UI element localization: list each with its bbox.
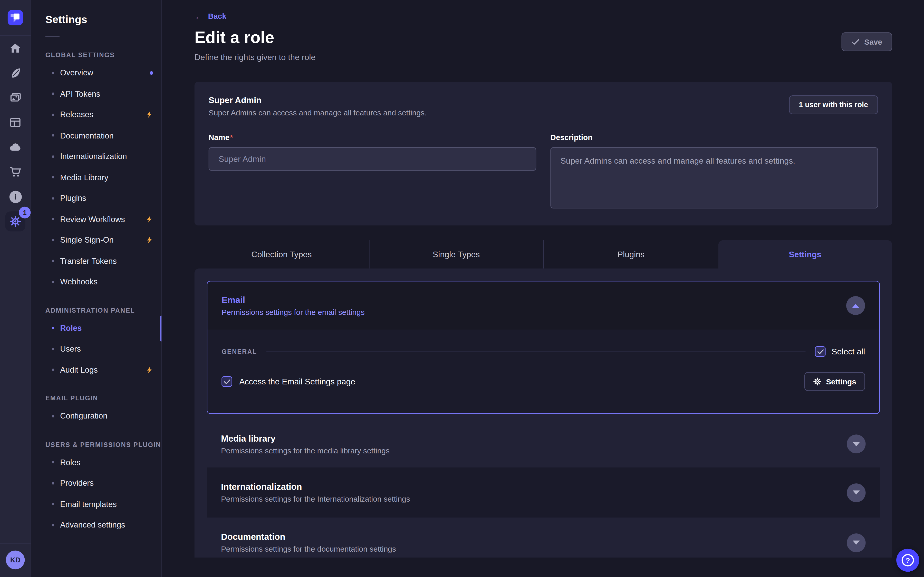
- tab-plugins[interactable]: Plugins: [543, 240, 718, 269]
- tab-single-types[interactable]: Single Types: [368, 240, 543, 269]
- chevron-down-icon: [853, 490, 860, 495]
- general-section-label: GENERAL: [221, 348, 257, 355]
- sidebar-item-roles-up[interactable]: Roles: [31, 452, 162, 473]
- user-avatar[interactable]: KD: [6, 551, 25, 569]
- lightning-icon: [145, 111, 153, 118]
- feather-icon: [9, 66, 22, 79]
- section-users-permissions-plugin: USERS & PERMISSIONS PLUGIN Roles Provide…: [31, 440, 162, 535]
- cart-icon: [9, 165, 22, 179]
- settings-nav-button[interactable]: 1: [0, 209, 31, 234]
- row-title: Documentation: [221, 532, 396, 542]
- section-global-settings: GLOBAL SETTINGS Overview API Tokens Rele…: [31, 51, 162, 292]
- select-all-checkbox[interactable]: [815, 346, 826, 357]
- expand-button[interactable]: [847, 434, 866, 453]
- sidebar-item-providers[interactable]: Providers: [31, 473, 162, 494]
- row-subtitle: Permissions settings for the documentati…: [221, 545, 396, 553]
- strapi-logo-icon: [8, 10, 23, 26]
- home-icon: [9, 42, 22, 55]
- images-icon: [9, 91, 22, 105]
- sidebar-item-plugins[interactable]: Plugins: [31, 188, 162, 209]
- subnav-title: Settings: [45, 14, 147, 26]
- check-icon: [224, 379, 230, 384]
- home-nav-button[interactable]: [0, 36, 31, 61]
- row-title: Media library: [221, 433, 389, 443]
- users-with-role-button[interactable]: 1 user with this role: [789, 95, 878, 114]
- sidebar-item-configuration[interactable]: Configuration: [31, 406, 162, 427]
- info-icon: i: [9, 190, 21, 203]
- access-email-settings-checkbox[interactable]: [221, 376, 232, 387]
- accordion-title: Email: [221, 295, 365, 305]
- page-subtitle: Define the rights given to the role: [195, 52, 892, 62]
- name-input[interactable]: [209, 147, 536, 171]
- permission-settings-button[interactable]: Settings: [804, 372, 865, 391]
- section-header: GLOBAL SETTINGS: [45, 51, 162, 58]
- permissions-tabs: Collection Types Single Types Plugins Se…: [195, 240, 892, 269]
- sidebar-item-single-sign-on[interactable]: Single Sign-On: [31, 229, 162, 251]
- sidebar-item-email-templates[interactable]: Email templates: [31, 494, 162, 515]
- media-library-nav-button[interactable]: [0, 85, 31, 110]
- description-textarea[interactable]: Super Admins can access and manage all f…: [550, 147, 878, 208]
- lightning-icon: [145, 366, 153, 374]
- logo-cell[interactable]: [0, 0, 31, 36]
- description-field-group: Description Super Admins can access and …: [550, 132, 878, 211]
- email-accordion-body: GENERAL Select all: [207, 330, 879, 413]
- sidebar-item-review-workflows[interactable]: Review Workflows: [31, 209, 162, 230]
- marketplace-nav-button[interactable]: [0, 160, 31, 184]
- internationalization-permissions-row[interactable]: Internationalization Permissions setting…: [207, 467, 880, 517]
- sidebar-item-internationalization[interactable]: Internationalization: [31, 146, 162, 167]
- section-header: ADMINISTRATION PANEL: [45, 306, 162, 314]
- content-type-builder-nav-button[interactable]: [0, 110, 31, 135]
- role-name-heading: Super Admin: [209, 95, 426, 105]
- gear-icon: [813, 377, 821, 386]
- active-indicator: [160, 315, 162, 341]
- back-link[interactable]: ← Back: [195, 12, 226, 21]
- section-divider: [267, 351, 806, 352]
- check-icon: [851, 39, 859, 45]
- subnav-divider: [45, 36, 60, 37]
- tab-settings[interactable]: Settings: [718, 240, 892, 269]
- tab-collection-types[interactable]: Collection Types: [195, 240, 368, 269]
- sidebar-item-documentation[interactable]: Documentation: [31, 125, 162, 146]
- save-button[interactable]: Save: [842, 32, 892, 51]
- lightning-icon: [145, 215, 153, 223]
- collapse-button[interactable]: [846, 296, 865, 315]
- sidebar-item-audit-logs[interactable]: Audit Logs: [31, 359, 162, 380]
- select-all-label: Select all: [832, 347, 865, 356]
- gear-icon: [10, 215, 21, 227]
- section-header: EMAIL PLUGIN: [45, 395, 162, 401]
- expand-button[interactable]: [847, 483, 866, 502]
- expand-button[interactable]: [847, 533, 866, 552]
- sidebar-item-api-tokens[interactable]: API Tokens: [31, 83, 162, 105]
- sidebar-item-users[interactable]: Users: [31, 338, 162, 359]
- section-email-plugin: EMAIL PLUGIN Configuration: [31, 395, 162, 427]
- sidebar-item-webhooks[interactable]: Webhooks: [31, 271, 162, 292]
- row-subtitle: Permissions settings for the media libra…: [221, 446, 389, 455]
- section-header: USERS & PERMISSIONS PLUGIN: [45, 440, 162, 448]
- settings-subnav: Settings GLOBAL SETTINGS Overview API To…: [31, 0, 162, 577]
- role-card: Super Admin Super Admins can access and …: [195, 82, 892, 226]
- sidebar-item-media-library[interactable]: Media Library: [31, 167, 162, 188]
- sidebar-item-releases[interactable]: Releases: [31, 104, 162, 125]
- sidebar-item-overview[interactable]: Overview: [31, 62, 162, 83]
- select-all-control: Select all: [815, 346, 865, 357]
- icon-rail: i 1 KD: [0, 0, 31, 577]
- sidebar-item-roles-admin[interactable]: Roles: [31, 318, 162, 339]
- content-manager-nav-button[interactable]: [0, 61, 31, 85]
- back-label: Back: [208, 12, 226, 21]
- documentation-permissions-row[interactable]: Documentation Permissions settings for t…: [207, 517, 880, 558]
- email-accordion-header[interactable]: Email Permissions settings for the email…: [207, 281, 879, 330]
- notification-dot-icon: [150, 71, 153, 75]
- help-button[interactable]: ?: [896, 549, 919, 572]
- notification-badge: 1: [19, 207, 31, 219]
- media-library-permissions-row[interactable]: Media library Permissions settings for t…: [207, 420, 880, 467]
- sidebar-item-transfer-tokens[interactable]: Transfer Tokens: [31, 251, 162, 272]
- main-content: ← Back Edit a role Define the rights giv…: [162, 0, 924, 577]
- sidebar-item-advanced-settings[interactable]: Advanced settings: [31, 515, 162, 536]
- question-mark-icon: ?: [902, 554, 914, 566]
- description-label: Description: [550, 133, 592, 142]
- lightning-icon: [145, 236, 153, 244]
- page-title: Edit a role: [195, 28, 892, 47]
- deploy-nav-button[interactable]: [0, 135, 31, 160]
- info-nav-button[interactable]: i: [0, 184, 31, 209]
- layout-icon: [9, 116, 22, 129]
